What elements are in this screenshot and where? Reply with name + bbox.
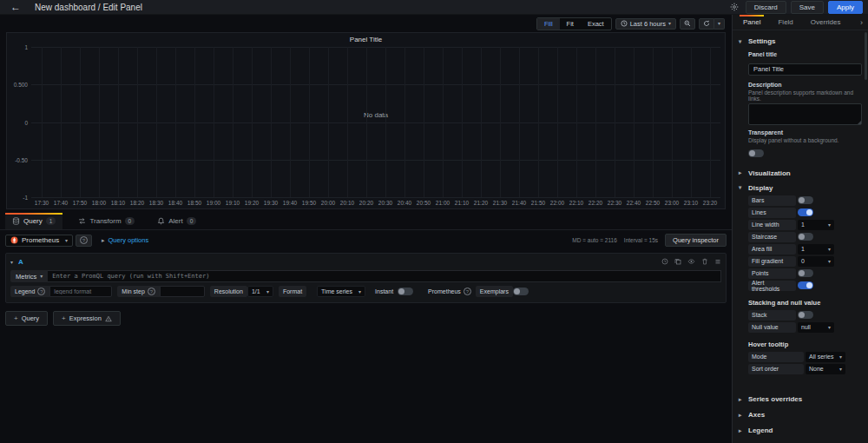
add-expression-button[interactable]: + Expression: [53, 311, 121, 326]
chevron-down-icon: ▾: [718, 21, 720, 26]
add-query-button[interactable]: + Query: [5, 311, 48, 326]
description-hint: Panel description supports markdown and …: [748, 89, 862, 102]
history-icon[interactable]: [661, 258, 668, 265]
question-circle-icon[interactable]: ?: [148, 288, 155, 295]
format-label: Format: [279, 286, 306, 297]
vertical-gridline: [385, 47, 386, 197]
size-mode-fill[interactable]: Fill: [537, 18, 560, 30]
section-header-series-overrides[interactable]: ▸Series overrides: [739, 392, 862, 407]
legend-format-input[interactable]: [49, 286, 112, 297]
drag-handle-icon[interactable]: [714, 258, 721, 265]
discard-button[interactable]: Discard: [746, 1, 786, 14]
collapse-pane-chevron-icon[interactable]: ›: [855, 18, 868, 27]
exemplars-toggle[interactable]: [513, 288, 529, 295]
query-inspector-button[interactable]: Query inspector: [665, 234, 727, 247]
line-width-select[interactable]: 1▾: [798, 220, 834, 230]
question-circle-icon[interactable]: ?: [37, 288, 45, 295]
min-step-input[interactable]: [160, 286, 205, 297]
y-axis-tick: 0.500: [14, 82, 28, 88]
points-toggle[interactable]: [798, 269, 813, 277]
size-mode-fit[interactable]: Fit: [560, 18, 581, 30]
vertical-gridline: [634, 47, 635, 197]
options-pane: PanelFieldOverrides› ▾ Settings Panel ti…: [732, 15, 868, 443]
visualization-section-header[interactable]: ▸ Visualization: [739, 166, 862, 181]
transparent-hint: Display panel without a background.: [748, 137, 862, 143]
panel-title-input[interactable]: [748, 63, 862, 76]
question-circle-icon[interactable]: ?: [464, 288, 471, 295]
copy-icon[interactable]: [674, 258, 681, 265]
caret-down-icon: ▾: [739, 38, 744, 45]
x-axis-tick: 23:00: [665, 200, 679, 206]
query-options-toggle[interactable]: ▸ Query options: [102, 236, 148, 244]
time-range-picker[interactable]: Last 6 hours ▾: [615, 18, 676, 30]
vertical-gridline: [404, 47, 405, 197]
option-row-stack: Stack: [748, 310, 862, 321]
max-data-points-stat: MD = auto = 2116: [572, 237, 617, 243]
vertical-gridline: [271, 47, 272, 197]
x-axis-tick: 17:50: [73, 200, 87, 206]
option-row-line-width: Line width1▾: [748, 220, 862, 230]
metrics-browser-button[interactable]: Metrics ▾: [10, 270, 48, 282]
gear-icon[interactable]: [727, 3, 741, 11]
back-arrow-icon[interactable]: ←: [5, 2, 26, 12]
collapse-caret-icon[interactable]: ▾: [10, 259, 13, 265]
mode-select[interactable]: All series▾: [806, 352, 845, 362]
instant-toggle[interactable]: [398, 288, 413, 295]
x-axis-tick: 19:50: [302, 200, 316, 206]
tab-query[interactable]: Query1: [5, 213, 62, 229]
datasource-select[interactable]: Prometheus ▾: [5, 235, 73, 247]
staircase-toggle[interactable]: [798, 233, 813, 241]
resolution-select[interactable]: 1/1 ▾: [247, 286, 273, 297]
vertical-gridline: [233, 47, 233, 197]
x-axis-tick: 17:40: [54, 200, 68, 206]
fill-gradient-select[interactable]: 0▾: [798, 256, 834, 267]
null-value-select[interactable]: null▾: [798, 322, 834, 333]
legend-label: Legend ?: [10, 286, 49, 297]
horizontal-gridline: [31, 160, 720, 161]
refresh-interval-caret[interactable]: ▾: [714, 18, 725, 30]
description-label: Description: [748, 82, 862, 88]
vertical-gridline: [557, 47, 558, 197]
eye-icon[interactable]: [687, 258, 695, 265]
caret-down-icon: ▾: [828, 325, 831, 330]
save-button[interactable]: Save: [791, 1, 824, 14]
tab-transform[interactable]: Transform0: [71, 213, 141, 229]
horizontal-gridline: [31, 47, 720, 48]
apply-button[interactable]: Apply: [828, 1, 863, 14]
format-select[interactable]: Time series ▾: [317, 286, 365, 297]
vertical-gridline: [424, 47, 424, 197]
options-tab-overrides[interactable]: Overrides: [807, 15, 845, 30]
trash-icon[interactable]: [701, 258, 708, 265]
promql-query-input[interactable]: [48, 270, 721, 282]
resize-handle-icon[interactable]: [858, 121, 861, 124]
settings-section-header[interactable]: ▾ Settings: [739, 34, 862, 49]
description-textarea[interactable]: [748, 103, 862, 125]
transparent-toggle[interactable]: [748, 149, 764, 157]
option-row-sort-order: Sort orderNone▾: [748, 364, 862, 374]
vertical-gridline: [290, 47, 291, 197]
bars-toggle[interactable]: [798, 196, 813, 204]
graph-panel[interactable]: Panel Title No data 10.5000-0.50-117:301…: [6, 32, 726, 209]
lines-toggle[interactable]: [798, 208, 813, 216]
display-section-header[interactable]: ▾ Display: [739, 181, 862, 195]
section-header-axes[interactable]: ▸Axes: [739, 407, 862, 423]
datasource-name: Prometheus: [22, 236, 59, 244]
tab-alert[interactable]: Alert0: [150, 213, 203, 229]
area-fill-select[interactable]: 1▾: [798, 244, 834, 255]
chevron-right-icon: ▸: [102, 237, 105, 243]
size-mode-exact[interactable]: Exact: [581, 18, 611, 30]
options-tab-field[interactable]: Field: [774, 15, 796, 30]
section-header-thresholds[interactable]: ▸Thresholds: [739, 439, 862, 443]
caret-down-icon: ▾: [739, 184, 744, 191]
sort-order-select[interactable]: None▾: [806, 364, 845, 374]
caret-down-icon: ▾: [828, 247, 831, 252]
select-value: 0: [801, 258, 805, 264]
datasource-help-button[interactable]: ?: [76, 235, 92, 247]
refresh-button[interactable]: [699, 18, 714, 30]
section-header-legend[interactable]: ▸Legend: [739, 423, 862, 439]
options-scrollbar[interactable]: [865, 32, 867, 80]
zoom-out-button[interactable]: [680, 18, 695, 30]
options-tab-panel[interactable]: Panel: [740, 15, 764, 30]
stack-toggle[interactable]: [798, 311, 813, 319]
alert-thresholds-toggle[interactable]: [798, 281, 813, 289]
